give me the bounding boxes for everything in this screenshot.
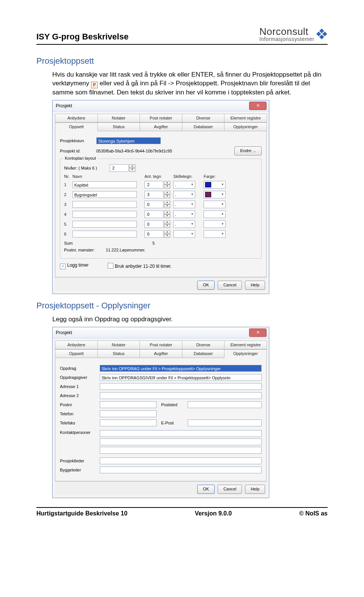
input-navn[interactable] [72, 231, 137, 237]
ok-button-2[interactable]: OK [197, 485, 215, 494]
color-picker[interactable]: ▼ [204, 201, 226, 208]
spinner-ant[interactable]: 3▲▼ [144, 191, 173, 198]
checkbox-logg-timer[interactable]: ✓Logg timer [60, 262, 89, 269]
help-button[interactable]: Help [245, 281, 265, 290]
input-kontakt-1[interactable] [100, 430, 262, 437]
chevron-down-icon: ▼ [191, 183, 194, 186]
color-picker[interactable]: ▼ [204, 230, 226, 238]
tab-element-registre-2[interactable]: Element registre [224, 341, 267, 349]
page-footer: Hurtigstartguide Beskrivelse 10 Versjon … [36, 507, 328, 517]
footer-center: Versjon 9.0.0 [195, 510, 232, 517]
input-navn[interactable]: Bygningsdel [72, 191, 137, 198]
input-navn[interactable]: Kapittel [72, 181, 137, 188]
spinner-nivaer[interactable]: 2 ▲▼ [110, 164, 135, 172]
input-postnr[interactable] [100, 401, 157, 408]
tab-notater[interactable]: Notater [97, 114, 140, 123]
tab-databaser-2[interactable]: Databaser [182, 349, 225, 358]
chevron-up-icon[interactable]: ▲ [164, 211, 170, 214]
chevron-down-icon[interactable]: ▼ [164, 195, 170, 198]
close-button[interactable]: ✕ [249, 102, 267, 110]
tab-anbydere[interactable]: Anbydere [55, 114, 98, 123]
dropdown-skilletegn[interactable]: .▼ [173, 201, 195, 208]
dropdown-skilletegn[interactable]: .▼ [173, 181, 195, 189]
input-navn[interactable] [72, 211, 137, 218]
tab-oppsett[interactable]: Oppsett [55, 123, 98, 131]
chevron-down-icon[interactable]: ▼ [164, 204, 170, 208]
input-adresse2[interactable] [100, 392, 262, 399]
input-oppdragsgiver[interactable]: Skriv inn OPPDRAGSGIVER under Fil > Pros… [100, 374, 262, 381]
input-byggeleder[interactable] [100, 467, 262, 473]
input-adresse1[interactable] [100, 383, 262, 390]
spinner-ant[interactable]: 2▲▼ [144, 181, 173, 189]
chevron-down-icon: ▼ [191, 193, 194, 196]
input-poststed[interactable] [188, 401, 262, 408]
close-button-2[interactable]: ✕ [249, 328, 267, 337]
tab-element-registre[interactable]: Element registre [224, 114, 267, 123]
postnr-value: 11.222.Løpenummer. [106, 248, 146, 252]
tab-notater-2[interactable]: Notater [97, 341, 140, 349]
tab-opplysninger[interactable]: Opplysninger [224, 123, 267, 131]
chevron-down-icon[interactable]: ▼ [164, 234, 170, 238]
tab-avgifter[interactable]: Avgifter [140, 123, 182, 131]
chevron-down-icon[interactable]: ▼ [164, 185, 170, 189]
svg-rect-2 [322, 31, 327, 36]
chevron-up-icon[interactable]: ▲ [164, 191, 170, 195]
doc-title: ISY G-prog Beskrivelse [36, 32, 129, 42]
chevron-down-icon: ▼ [221, 212, 224, 216]
spinner-ant[interactable]: 0▲▼ [144, 211, 173, 218]
close-icon: ✕ [256, 103, 260, 108]
cancel-button-2[interactable]: Cancel [218, 485, 242, 494]
input-telefaks[interactable] [100, 419, 157, 426]
input-kontakt-2[interactable] [100, 438, 262, 445]
help-button-2[interactable]: Help [245, 485, 265, 494]
tab-status-2[interactable]: Status [97, 349, 140, 358]
tab-opplysninger-2[interactable]: Opplysninger [224, 349, 267, 358]
chevron-down-icon[interactable]: ▼ [164, 214, 170, 218]
dropdown-skilletegn[interactable]: .▼ [173, 211, 195, 218]
color-picker[interactable]: ▼ [204, 181, 226, 189]
tab-post-notater[interactable]: Post notater [140, 114, 182, 123]
tab-post-notater-2[interactable]: Post notater [140, 341, 182, 349]
input-navn[interactable] [72, 201, 137, 208]
tab-anbydere-2[interactable]: Anbydere [55, 341, 98, 349]
tab-diverse-2[interactable]: Diverse [182, 341, 225, 349]
color-picker[interactable]: ▼ [204, 220, 226, 228]
endre-button[interactable]: Endre ... [234, 146, 262, 156]
input-prosjektnavn[interactable]: Storenga Sykehjem [96, 137, 161, 144]
tab-databaser[interactable]: Databaser [182, 123, 225, 131]
value-prosjektid: 0535f6ab-5fa3-49c6-9b44-10b7fe9d1c95 [96, 149, 234, 153]
col-nr: Nr. [64, 174, 72, 179]
chevron-down-icon: ▼ [191, 212, 194, 216]
chevron-down-icon[interactable]: ▼ [164, 224, 170, 228]
input-oppdrag[interactable]: Skriv inn OPPDRAG under Fil > Prosjektop… [100, 365, 262, 372]
tab-status[interactable]: Status [97, 123, 140, 131]
dialog-title-2: Prosjekt [56, 330, 72, 335]
tab-avgifter-2[interactable]: Avgifter [140, 349, 182, 358]
input-kontakt-3[interactable] [100, 447, 262, 454]
color-picker[interactable]: ▼ [204, 211, 226, 218]
ok-button[interactable]: OK [197, 281, 215, 290]
spinner-ant[interactable]: 0▲▼ [144, 230, 173, 238]
tab-diverse[interactable]: Diverse [182, 114, 225, 123]
input-telefon[interactable] [100, 410, 157, 417]
spinner-ant[interactable]: 0▲▼ [144, 220, 173, 228]
cancel-button[interactable]: Cancel [218, 281, 242, 290]
kontoplan-row: 40▲▼.▼▼ [64, 211, 257, 218]
chevron-up-icon[interactable]: ▲ [164, 230, 170, 234]
chevron-down-icon[interactable]: ▼ [129, 168, 135, 172]
chevron-up-icon[interactable]: ▲ [164, 201, 170, 204]
spinner-ant[interactable]: 0▲▼ [144, 201, 173, 208]
input-navn[interactable] [72, 221, 137, 228]
chevron-down-icon: ▼ [191, 203, 194, 206]
chevron-up-icon[interactable]: ▲ [129, 164, 135, 168]
dropdown-skilletegn[interactable]: .▼ [173, 220, 195, 228]
dropdown-skilletegn[interactable]: ▼ [173, 230, 195, 238]
dropdown-skilletegn[interactable]: .▼ [173, 191, 195, 198]
color-picker[interactable]: ▼ [204, 191, 226, 198]
chevron-up-icon[interactable]: ▲ [164, 220, 170, 224]
checkbox-anbyder[interactable]: Bruk anbyder 11-20 til timer. [108, 263, 172, 269]
chevron-up-icon[interactable]: ▲ [164, 181, 170, 185]
tab-oppsett-2[interactable]: Oppsett [55, 349, 98, 358]
input-epost[interactable] [188, 419, 262, 426]
input-prosjektleder[interactable] [100, 457, 262, 464]
